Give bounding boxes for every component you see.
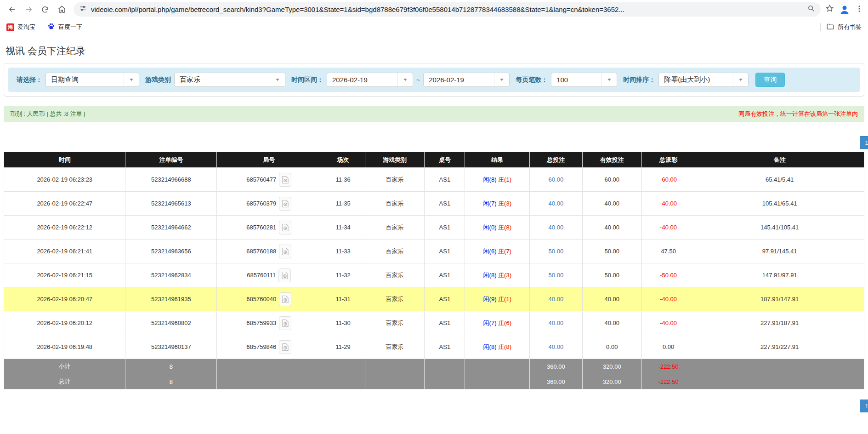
page-size-value: 100 bbox=[551, 73, 601, 86]
url-bar[interactable]: videoie.com/ipl/portal.php/game/betrecor… bbox=[74, 2, 821, 17]
video-replay-icon[interactable] bbox=[279, 197, 291, 211]
date-to-dropdown[interactable]: 2026-02-19 bbox=[423, 73, 510, 87]
all-bookmarks-button[interactable]: 所有书签 bbox=[826, 23, 862, 32]
cell-table-id: AS1 bbox=[425, 168, 465, 192]
round-id-text: 685760188 bbox=[246, 248, 276, 255]
subtotal-total-bet: 360.00 bbox=[530, 359, 582, 374]
cell-bet-id: 523214962834 bbox=[125, 263, 217, 287]
refresh-icon[interactable] bbox=[38, 2, 52, 17]
cell-bet-id: 523214960802 bbox=[125, 311, 217, 335]
game-type-value: 百家乐 bbox=[175, 73, 270, 86]
chevron-down-icon[interactable] bbox=[124, 73, 139, 86]
result-player: 闲(8) bbox=[483, 272, 497, 279]
result-banker: 庄(3) bbox=[497, 272, 512, 279]
result-player: 闲(7) bbox=[483, 320, 497, 326]
time-range-label: 时间区间： bbox=[291, 76, 323, 84]
cell-total-bet[interactable]: 40.00 bbox=[530, 216, 582, 240]
subtotal-payout: -222.50 bbox=[641, 359, 695, 374]
cell-time: 2026-02-19 06:20:12 bbox=[4, 311, 125, 335]
select-mode-value: 日期查询 bbox=[46, 73, 124, 86]
cell-round-id: 685760281 bbox=[217, 216, 321, 240]
pagination-page-1-top[interactable]: 1 bbox=[860, 136, 868, 149]
folder-icon bbox=[826, 23, 834, 32]
chevron-down-icon[interactable] bbox=[397, 73, 413, 86]
chevron-down-icon[interactable] bbox=[270, 73, 285, 86]
video-replay-icon[interactable] bbox=[279, 340, 291, 354]
cell-session: 11-31 bbox=[321, 287, 365, 311]
cell-valid-bet: 0.00 bbox=[582, 335, 641, 359]
bookmark-baidu[interactable]: 百度一下 bbox=[47, 23, 82, 32]
bookmark-star-icon[interactable] bbox=[825, 4, 834, 15]
taobao-icon: 淘 bbox=[6, 23, 14, 31]
video-replay-icon[interactable] bbox=[278, 268, 291, 282]
query-button[interactable]: 查询 bbox=[755, 73, 785, 87]
video-replay-icon[interactable] bbox=[279, 221, 291, 234]
subtotal-valid-bet: 320.00 bbox=[582, 359, 641, 374]
result-banker: 庄(7) bbox=[497, 248, 512, 255]
game-type-label: 游戏类别 bbox=[145, 76, 171, 84]
table-header-row: 时间注单编号局号场次游戏类别桌号结果总投注有效投注总派彩备注 bbox=[4, 152, 864, 168]
menu-kebab-icon[interactable] bbox=[855, 5, 863, 15]
cell-time: 2026-02-19 06:19:48 bbox=[4, 335, 125, 359]
cell-total-bet[interactable]: 40.00 bbox=[530, 287, 582, 311]
bookmark-taobao-label: 爱淘宝 bbox=[17, 23, 35, 31]
cell-session: 11-30 bbox=[321, 311, 365, 335]
bookmark-taobao[interactable]: 淘 爱淘宝 bbox=[6, 23, 35, 31]
forward-icon[interactable] bbox=[21, 2, 36, 17]
select-mode-dropdown[interactable]: 日期查询 bbox=[45, 73, 139, 87]
cell-valid-bet: 60.00 bbox=[582, 168, 641, 192]
result-banker: 庄(8) bbox=[497, 343, 512, 350]
video-replay-icon[interactable] bbox=[279, 292, 291, 306]
cell-table-id: AS1 bbox=[425, 263, 465, 287]
cell-bet-id: 523214960137 bbox=[125, 335, 217, 359]
cell-total-bet[interactable]: 40.00 bbox=[530, 192, 582, 216]
time-sort-label: 时间排序： bbox=[623, 76, 655, 84]
video-replay-icon[interactable] bbox=[279, 245, 291, 258]
total-label: 总计 bbox=[4, 374, 125, 389]
table-row: 2026-02-19 06:22:12523214964662685760281… bbox=[4, 216, 864, 240]
date-from-dropdown[interactable]: 2026-02-19 bbox=[327, 73, 413, 87]
cell-total-bet[interactable]: 50.00 bbox=[530, 263, 582, 287]
game-type-dropdown[interactable]: 百家乐 bbox=[174, 73, 285, 87]
same-round-notice-text: 同局有效投注，统一计算在该局第一张注单内 bbox=[738, 110, 858, 118]
time-sort-dropdown[interactable]: 降幂(由大到小) bbox=[658, 73, 749, 87]
cell-total-bet[interactable]: 40.00 bbox=[530, 311, 582, 335]
table-row: 2026-02-19 06:21:41523214963656685760188… bbox=[4, 240, 864, 263]
cell-total-bet[interactable]: 40.00 bbox=[530, 335, 582, 359]
cell-round-id: 685760477 bbox=[217, 168, 321, 192]
video-replay-icon[interactable] bbox=[279, 316, 291, 330]
chevron-down-icon[interactable] bbox=[601, 73, 617, 86]
cell-session: 11-33 bbox=[321, 240, 365, 263]
chevron-down-icon[interactable] bbox=[733, 73, 748, 86]
chevron-down-icon[interactable] bbox=[494, 73, 509, 86]
cell-total-bet[interactable]: 50.00 bbox=[530, 240, 582, 263]
page-size-dropdown[interactable]: 100 bbox=[551, 73, 617, 87]
column-header: 时间 bbox=[4, 152, 125, 168]
cell-total-bet[interactable]: 60.00 bbox=[530, 168, 582, 192]
column-header: 总派彩 bbox=[641, 152, 695, 168]
table-row: 2026-02-19 06:20:47523214961935685760040… bbox=[4, 287, 864, 311]
profile-avatar[interactable] bbox=[839, 4, 851, 16]
cell-valid-bet: 40.00 bbox=[582, 192, 641, 216]
cell-payout: -40.00 bbox=[641, 287, 695, 311]
zoom-page-icon[interactable] bbox=[807, 5, 815, 14]
cell-game-type: 百家乐 bbox=[365, 335, 424, 359]
round-id-text: 685760040 bbox=[246, 296, 276, 303]
pagination-page-1-bottom[interactable]: 1 bbox=[860, 400, 868, 412]
home-icon[interactable] bbox=[54, 2, 69, 17]
cell-note: 105.41/65.41 bbox=[695, 192, 864, 216]
cell-result: 闲(7) 庄(3) bbox=[465, 192, 530, 216]
site-settings-icon[interactable] bbox=[79, 5, 87, 14]
bookmarks-bar: 淘 爱淘宝 百度一下 所有书签 bbox=[0, 19, 868, 35]
round-id-text: 685760477 bbox=[246, 176, 276, 183]
video-replay-icon[interactable] bbox=[279, 173, 291, 187]
page-size-label: 每页笔数： bbox=[516, 76, 548, 84]
result-player: 闲(6) bbox=[483, 248, 497, 255]
result-player: 闲(7) bbox=[483, 200, 497, 207]
total-total-bet: 360.00 bbox=[530, 374, 582, 389]
cell-time: 2026-02-19 06:22:12 bbox=[4, 216, 125, 240]
back-icon[interactable] bbox=[5, 2, 19, 17]
cell-table-id: AS1 bbox=[425, 192, 465, 216]
url-text[interactable]: videoie.com/ipl/portal.php/game/betrecor… bbox=[91, 6, 803, 13]
cell-session: 11-29 bbox=[321, 335, 365, 359]
